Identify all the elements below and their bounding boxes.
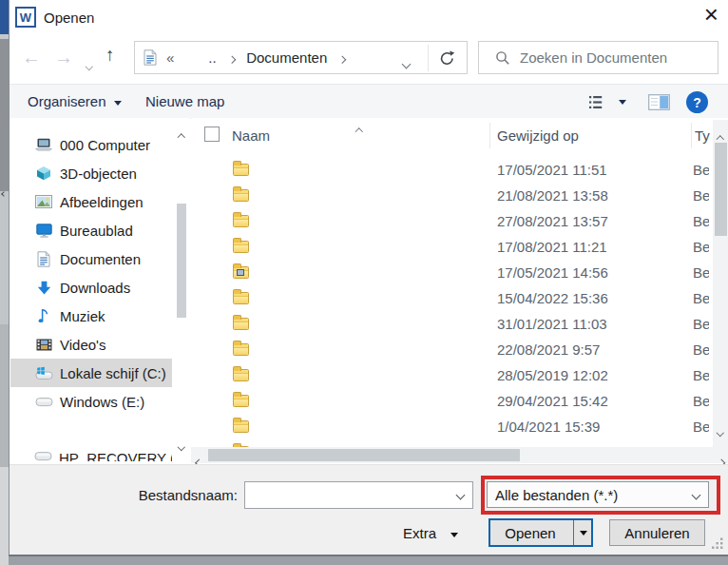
file-row[interactable]: 29/04/2021 15:42Be xyxy=(191,389,710,415)
recent-locations-button[interactable] xyxy=(86,55,92,72)
sidebar-scrollbar-thumb[interactable] xyxy=(177,204,186,318)
forward-button[interactable]: → xyxy=(54,48,73,67)
breadcrumb-parent[interactable]: .. xyxy=(208,49,216,66)
breadcrumb-current[interactable]: Documenten xyxy=(246,49,327,66)
open-dropdown-caret-icon[interactable] xyxy=(580,531,587,536)
dialog-title: Openen xyxy=(44,10,94,26)
vertical-scrollbar[interactable] xyxy=(713,120,728,447)
videos-icon xyxy=(34,339,53,351)
file-type: Be xyxy=(693,341,709,358)
drive-windows-icon xyxy=(34,366,53,380)
pictures-icon xyxy=(34,195,53,208)
file-modified-date: 27/08/2021 13:57 xyxy=(497,213,608,229)
music-icon xyxy=(34,308,53,323)
sidebar-item-label: Downloads xyxy=(60,280,130,296)
back-button[interactable]: ← xyxy=(22,48,41,67)
file-row[interactable]: 15/04/2022 15:36Be xyxy=(191,286,710,312)
cancel-button[interactable]: Annuleren xyxy=(609,519,705,546)
folder-icon xyxy=(233,343,249,356)
sidebar-item-000-computer[interactable]: 000 Computer xyxy=(10,130,172,159)
file-list: Naam Gewijzigd op Typ 17/05/2021 11:51Be… xyxy=(191,118,728,464)
filename-combobox[interactable] xyxy=(244,481,473,509)
file-row[interactable]: 22/08/2021 9:57Be xyxy=(191,338,710,363)
file-modified-date: 28/05/2019 12:02 xyxy=(497,367,608,383)
address-bar-divider xyxy=(428,45,429,71)
scroll-down-icon[interactable] xyxy=(718,421,723,438)
breadcrumb-overflow[interactable]: « xyxy=(166,49,174,66)
breadcrumb-separator-icon[interactable] xyxy=(229,49,235,67)
sidebar-scroll-down-icon[interactable] xyxy=(179,436,184,453)
close-icon[interactable]: × xyxy=(704,2,718,27)
column-divider[interactable] xyxy=(691,123,692,148)
sidebar-scroll-up-icon[interactable] xyxy=(179,127,184,144)
address-dropdown-chevron-icon[interactable] xyxy=(403,54,410,71)
sidebar-item-windows-e[interactable]: Windows (E:) xyxy=(10,387,172,416)
file-type: Be xyxy=(693,239,709,255)
sidebar-item-lokale-schijf-c[interactable]: Lokale schijf (C:) xyxy=(10,359,172,387)
breadcrumb-separator-icon[interactable] xyxy=(339,49,345,67)
file-type: Be xyxy=(693,213,709,229)
file-type: Be xyxy=(693,187,709,204)
filename-input[interactable] xyxy=(245,482,472,508)
open-file-dialog-screen: W Openen × ← → ↑ « .. Documenten Zoeken … xyxy=(0,0,728,565)
filename-label: Bestandsnaam: xyxy=(133,487,238,503)
view-options-icon[interactable] xyxy=(588,94,609,110)
folder-icon xyxy=(233,369,249,381)
sidebar-item-video-s[interactable]: Video's xyxy=(10,330,172,359)
filetype-dropdown[interactable]: Alle bestanden (*.*) xyxy=(487,481,709,508)
sort-ascending-icon[interactable] xyxy=(356,121,362,138)
file-row[interactable]: 17/05/2021 11:51Be xyxy=(191,158,710,184)
column-divider[interactable] xyxy=(489,123,490,148)
folder-icon xyxy=(233,420,249,433)
preview-pane-icon[interactable] xyxy=(648,94,670,110)
sidebar-item-afbeeldingen[interactable]: Afbeeldingen xyxy=(10,187,172,216)
help-icon[interactable]: ? xyxy=(686,91,708,113)
resize-grip[interactable] xyxy=(710,536,724,550)
sidebar-item-hp-recovery-f[interactable]: HP_RECOVERY (F:) xyxy=(10,450,172,461)
file-type: Be xyxy=(693,162,709,178)
sidebar-item-documenten[interactable]: Documenten xyxy=(10,244,172,273)
column-header-type[interactable]: Typ xyxy=(695,127,710,144)
folder-icon xyxy=(233,395,249,407)
file-row[interactable]: 31/01/2021 11:03Be xyxy=(191,312,710,338)
column-header-modified[interactable]: Gewijzigd op xyxy=(497,127,579,144)
refresh-icon[interactable] xyxy=(438,49,456,68)
sidebar-item-downloads[interactable]: Downloads xyxy=(10,273,172,302)
sidebar-item-label: Windows (E:) xyxy=(60,394,144,410)
downloads-icon xyxy=(34,281,53,295)
file-row[interactable]: 28/05/2019 12:02Be xyxy=(191,363,710,389)
sidebar-item-label: Bureaublad xyxy=(60,223,133,239)
file-row[interactable]: 1/04/2021 15:39Be xyxy=(191,415,710,440)
file-type: Be xyxy=(693,316,709,332)
open-split-button[interactable]: Openen xyxy=(489,518,593,547)
sidebar-item-label: 000 Computer xyxy=(60,137,150,153)
new-folder-button[interactable]: Nieuwe map xyxy=(145,93,224,109)
horizontal-scrollbar[interactable] xyxy=(191,447,728,463)
sidebar-item-muziek[interactable]: Muziek xyxy=(10,302,172,330)
sidebar-item-label: Muziek xyxy=(60,308,105,324)
up-button[interactable]: ↑ xyxy=(105,46,115,64)
folder-icon xyxy=(233,241,249,253)
open-dialog: W Openen × ← → ↑ « .. Documenten Zoeken … xyxy=(9,0,728,555)
column-header-name[interactable]: Naam xyxy=(232,127,270,144)
dialog-footer: Bestandsnaam: Alle bestanden (*.*) Extra… xyxy=(10,464,728,555)
view-options-caret-icon[interactable] xyxy=(619,100,626,105)
file-row[interactable]: 17/08/2021 11:21Be xyxy=(191,235,710,261)
folder-icon xyxy=(233,266,249,279)
file-row[interactable]: 21/08/2021 13:58Be xyxy=(191,184,710,209)
folder-icon xyxy=(233,318,249,330)
tools-menu-button[interactable]: Extra xyxy=(403,525,458,541)
file-row[interactable]: 27/08/2021 13:57Be xyxy=(191,209,710,235)
address-bar[interactable]: « .. Documenten xyxy=(134,41,468,74)
command-toolbar: Organiseren Nieuwe map ? xyxy=(10,84,728,119)
search-box[interactable]: Zoeken in Documenten xyxy=(478,41,718,74)
file-type: Be xyxy=(693,290,709,306)
organize-menu-button[interactable]: Organiseren xyxy=(28,93,122,109)
select-all-checkbox[interactable] xyxy=(204,127,220,142)
horizontal-scrollbar-thumb[interactable] xyxy=(208,449,520,461)
sidebar-item-bureaublad[interactable]: Bureaublad xyxy=(10,216,172,244)
file-row[interactable]: 17/05/2021 14:56Be xyxy=(191,261,710,286)
sidebar-item-3d-objecten[interactable]: 3D-objecten xyxy=(10,159,172,187)
vertical-scrollbar-thumb[interactable] xyxy=(715,143,727,236)
drive-icon xyxy=(34,450,52,461)
